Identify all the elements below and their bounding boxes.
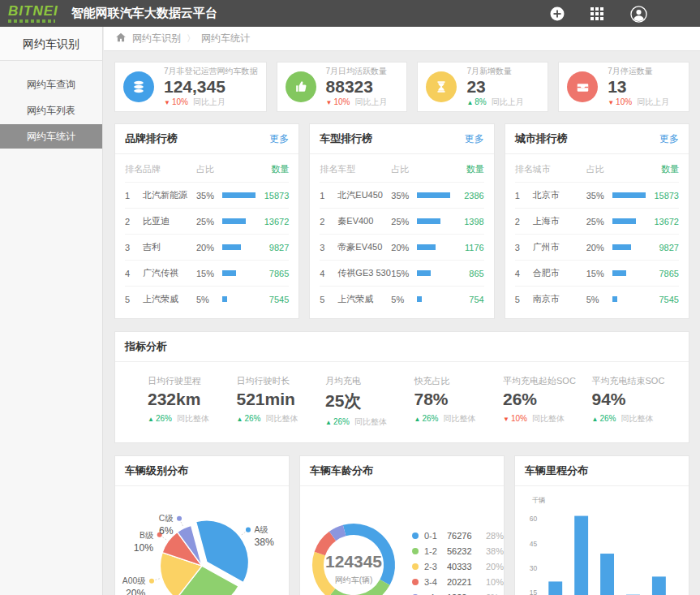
percent-bar — [417, 192, 457, 198]
table-body: 1 北汽EU450 35% 2386 2 秦EV400 25% 1398 3 帝… — [320, 182, 483, 312]
database-icon — [123, 71, 154, 102]
percent-bar — [612, 218, 653, 224]
sidebar-item[interactable]: 网约车列表 — [0, 98, 102, 123]
home-icon[interactable] — [115, 32, 127, 45]
rank-cell: 3 — [125, 243, 143, 252]
metric-label: 快充占比 — [414, 375, 504, 387]
change-percent: 26% — [599, 414, 616, 423]
vehicle-class-chart-card: 车辆级别分布 A级38%A0级28%A00级20%B级10%C级6% — [114, 455, 290, 595]
percent-bar-fill — [612, 296, 617, 302]
count-cell: 1398 — [457, 217, 483, 226]
percent-bar — [612, 270, 653, 276]
count-cell: 13672 — [263, 217, 289, 226]
legend-item: 3-4 20221 10% — [412, 577, 504, 587]
count-cell: 7545 — [263, 295, 289, 304]
pie-label: A00级 — [122, 576, 146, 585]
metric-item: 日均行驶时长 521min ▲26%同比整体 — [237, 375, 326, 428]
column-header: 数量 — [653, 163, 679, 175]
metrics-card-header: 指标分析 — [115, 332, 689, 362]
main-area: 网约车识别 〉 网约车统计 7月非登记运营网约车数据 124,345 ▼10%同… — [104, 27, 700, 595]
percent-bar — [417, 270, 457, 276]
more-link[interactable]: 更多 — [269, 132, 289, 146]
rank-cell: 3 — [320, 243, 337, 252]
ranking-table: 排名品牌占比数量 1 北汽新能源 35% 15873 2 比亚迪 25% 136… — [115, 154, 298, 318]
change-arrow-icon: ▼ — [326, 99, 333, 106]
stat-change: ▼10%同比上月 — [164, 97, 258, 108]
metric-change: ▲26%同比整体 — [414, 413, 504, 425]
name-cell: 北汽EU450 — [337, 189, 391, 201]
change-percent: 10% — [511, 414, 527, 423]
pie-percent: 10% — [134, 542, 154, 554]
legend-count: 20221 — [447, 577, 486, 587]
metric-value: 26% — [503, 390, 592, 409]
ranking-title: 车型排行榜 — [320, 132, 372, 146]
stat-change: ▲8%同比上月 — [466, 97, 523, 108]
table-header-row: 排名城市占比数量 — [515, 156, 679, 182]
pie-percent: 38% — [254, 537, 274, 548]
breadcrumb-separator: 〉 — [187, 32, 195, 45]
percent-bar-fill — [612, 270, 626, 276]
percent-bar-fill — [612, 218, 636, 224]
more-link[interactable]: 更多 — [659, 132, 679, 146]
percent-bar-fill — [222, 270, 236, 276]
compare-label: 同比整体 — [265, 414, 298, 423]
rank-cell: 1 — [320, 191, 337, 200]
stat-card-active: 7月日均活跃数量 88323 ▼10%同比上月 — [277, 62, 408, 112]
grid-icon[interactable] — [590, 6, 606, 22]
change-percent: 26% — [244, 414, 260, 423]
legend-count: 56232 — [447, 546, 486, 556]
pie-label: A级 — [254, 525, 268, 534]
column-header: 排名 — [515, 163, 533, 175]
table-row: 1 北汽EU450 35% 2386 — [320, 182, 483, 208]
metric-item: 快充占比 78% ▲26%同比整体 — [414, 375, 504, 428]
name-cell: 南京市 — [533, 293, 586, 305]
percent-bar-fill — [417, 192, 450, 198]
rank-cell: 3 — [515, 243, 533, 252]
sidebar-item[interactable]: 网约车查询 — [0, 72, 102, 97]
metric-change: ▼10%同比整体 — [503, 413, 592, 425]
more-link[interactable]: 更多 — [465, 132, 484, 146]
metric-value: 78% — [414, 390, 504, 409]
rank-cell: 2 — [320, 217, 337, 226]
callout-dot — [246, 528, 251, 532]
legend-item: 0-1 76276 28% — [412, 531, 504, 541]
metric-value: 232km — [148, 390, 237, 409]
donut-center-label: 网约车(辆) — [335, 576, 373, 584]
percent-cell: 5% — [391, 295, 417, 304]
change-percent: 26% — [422, 414, 438, 423]
metric-item: 平均充电结束SOC 94% ▲26%同比整体 — [592, 375, 681, 428]
column-header: 数量 — [263, 163, 289, 175]
rank-cell: 4 — [515, 269, 533, 278]
name-cell: 传祺GE3 530 — [337, 267, 391, 279]
count-cell: 9827 — [653, 243, 679, 252]
change-arrow-icon: ▼ — [164, 99, 170, 106]
percent-bar — [417, 296, 457, 302]
breadcrumb-link[interactable]: 网约车识别 — [132, 32, 181, 45]
sidebar-item[interactable]: 网约车统计 — [0, 124, 102, 149]
change-percent: 26% — [333, 417, 350, 426]
change-percent: 10% — [333, 97, 350, 106]
count-cell: 754 — [457, 295, 483, 304]
user-icon[interactable] — [630, 6, 646, 22]
name-cell: 比亚迪 — [143, 215, 196, 227]
table-row: 4 合肥市 15% 7865 — [515, 260, 679, 286]
donut-center-value: 124345 — [325, 552, 382, 571]
stat-label: 7月新增数量 — [466, 66, 523, 77]
stat-value: 23 — [466, 77, 523, 97]
count-cell: 7545 — [653, 295, 679, 304]
percent-cell: 20% — [391, 243, 417, 252]
percent-bar — [222, 296, 263, 302]
column-header: 排名 — [320, 163, 337, 175]
compare-label: 同比上月 — [637, 97, 669, 106]
table-row: 3 吉利 20% 9827 — [125, 234, 289, 260]
percent-bar-fill — [417, 218, 440, 224]
hourglass-icon — [426, 71, 457, 102]
plus-circle-icon[interactable] — [549, 6, 565, 22]
vehicle-mileage-chart-card: 车辆里程分布 015304560千辆万公里0-1010-2020-3030-40… — [514, 455, 689, 595]
chart-title: 车辆里程分布 — [525, 463, 588, 478]
metric-item: 月均充电 25次 ▲26%同比整体 — [325, 375, 414, 428]
name-cell: 广州市 — [533, 241, 586, 253]
name-cell: 广汽传祺 — [143, 267, 196, 279]
stat-value: 88323 — [326, 77, 388, 97]
ranking-card-row: 品牌排行榜 更多 排名品牌占比数量 1 北汽新能源 35% 15873 2 比亚… — [114, 123, 689, 319]
